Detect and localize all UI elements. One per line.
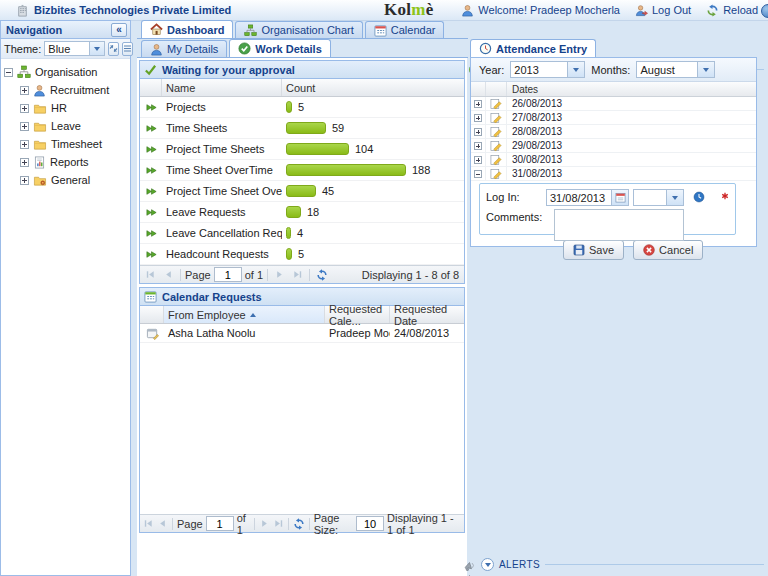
- date-row[interactable]: 29/08/2013: [471, 139, 756, 153]
- note-edit-icon: [490, 98, 502, 110]
- login-date-field[interactable]: [546, 189, 629, 206]
- tab-calendar[interactable]: Calendar: [365, 21, 445, 38]
- tab-organisation-chart[interactable]: Organisation Chart: [235, 21, 362, 38]
- tree-item-general[interactable]: General: [1, 171, 130, 189]
- first-page-icon[interactable]: [143, 267, 158, 282]
- time-trigger[interactable]: [666, 190, 683, 205]
- expand-node-icon[interactable]: [20, 86, 29, 95]
- collapse-date-icon[interactable]: [474, 170, 482, 178]
- months-select[interactable]: [636, 61, 715, 78]
- months-trigger[interactable]: [697, 62, 714, 77]
- expand-date-icon[interactable]: [474, 114, 482, 122]
- tree-item-reports[interactable]: Reports: [1, 153, 130, 171]
- expand-all-icon: [109, 44, 118, 53]
- expand-all-button[interactable]: [108, 42, 119, 56]
- tree-item-leave[interactable]: Leave: [1, 117, 130, 135]
- tree-label: Timesheet: [51, 138, 102, 150]
- row-name: Projects: [162, 101, 282, 113]
- collapse-panel-button[interactable]: «: [111, 23, 127, 37]
- tree-item-recruitment[interactable]: Recruitment: [1, 81, 130, 99]
- year-trigger[interactable]: [567, 62, 584, 77]
- date-label: 26/08/2013: [507, 98, 562, 109]
- page-size-input[interactable]: [356, 516, 384, 531]
- date-row[interactable]: 28/08/2013: [471, 125, 756, 139]
- date-row[interactable]: 30/08/2013: [471, 153, 756, 167]
- approval-row[interactable]: Leave Cancellation Requests 4: [140, 223, 464, 244]
- expand-date-icon[interactable]: [474, 128, 482, 136]
- year-value[interactable]: [511, 62, 567, 77]
- expand-date-icon[interactable]: [474, 100, 482, 108]
- login-date-input[interactable]: [547, 190, 611, 205]
- note-edit-icon: [490, 168, 502, 180]
- dates-column-header[interactable]: Dates: [507, 84, 538, 95]
- approval-row[interactable]: Time Sheets 59: [140, 118, 464, 139]
- column-header-name[interactable]: Name: [162, 79, 282, 96]
- theme-trigger[interactable]: [89, 42, 104, 55]
- approval-row[interactable]: Project Time Sheets 104: [140, 139, 464, 160]
- reload-button[interactable]: Reload: [706, 4, 758, 17]
- expand-node-icon[interactable]: [20, 140, 29, 149]
- collapse-all-button[interactable]: [122, 42, 133, 56]
- attendance-entry-form: Log In:: [479, 183, 736, 235]
- tab-attendance-entry[interactable]: Attendance Entry: [470, 39, 596, 57]
- tab-work-details[interactable]: Work Details: [229, 39, 330, 57]
- column-header-from-employee[interactable]: From Employee: [164, 306, 325, 323]
- next-page-icon[interactable]: [259, 516, 270, 531]
- last-page-icon[interactable]: [290, 267, 305, 282]
- prev-page-icon[interactable]: [161, 267, 176, 282]
- expand-node-icon[interactable]: [20, 104, 29, 113]
- recruitment-user-icon: [33, 84, 46, 97]
- count-value: 45: [322, 185, 334, 197]
- help-icon[interactable]: [761, 4, 768, 18]
- column-header-requested-calendar[interactable]: Requested Cale...: [325, 306, 390, 323]
- comments-textarea[interactable]: [554, 209, 684, 241]
- date-row-expanded[interactable]: 31/08/2013: [471, 167, 756, 181]
- expand-node-icon[interactable]: [20, 176, 29, 185]
- calendar-request-row[interactable]: Asha Latha Noolu Pradeep Mocherla 24/08/…: [140, 324, 464, 343]
- year-select[interactable]: [510, 61, 585, 78]
- expand-date-icon[interactable]: [474, 156, 482, 164]
- calendar-requests-pager: Page of 1 Page Size: Displaying 1 - 1 of…: [140, 514, 464, 532]
- tab-dashboard[interactable]: Dashboard: [141, 20, 233, 38]
- refresh-icon[interactable]: [293, 516, 305, 531]
- approval-row[interactable]: Leave Requests 18: [140, 202, 464, 223]
- login-time-select[interactable]: [633, 189, 684, 206]
- page-input[interactable]: [214, 267, 242, 282]
- expand-date-icon[interactable]: [474, 142, 482, 150]
- expand-node-icon[interactable]: [20, 122, 29, 131]
- approval-row[interactable]: Project Time Sheet OverTime 45: [140, 181, 464, 202]
- building-icon: [16, 4, 29, 17]
- approval-row[interactable]: Projects 5: [140, 97, 464, 118]
- general-folder-icon: [33, 174, 47, 187]
- approval-row[interactable]: Headcount Requests 5: [140, 244, 464, 265]
- tab-my-details[interactable]: My Details: [141, 40, 227, 57]
- folder-icon: [33, 120, 47, 133]
- last-page-icon[interactable]: [273, 516, 284, 531]
- date-row[interactable]: 26/08/2013: [471, 97, 756, 111]
- approval-row[interactable]: Time Sheet OverTime 188: [140, 160, 464, 181]
- tree-item-organisation[interactable]: Organisation: [1, 63, 130, 81]
- date-picker-trigger[interactable]: [611, 190, 628, 205]
- expand-portlet-button[interactable]: [481, 558, 494, 571]
- theme-value[interactable]: [45, 42, 89, 55]
- login-time-value[interactable]: [634, 190, 666, 205]
- theme-select[interactable]: [44, 41, 105, 56]
- row-name: Time Sheets: [162, 122, 282, 134]
- tree-item-timesheet[interactable]: Timesheet: [1, 135, 130, 153]
- collapse-node-icon[interactable]: [4, 68, 13, 77]
- prev-page-icon[interactable]: [157, 516, 168, 531]
- months-value[interactable]: [637, 62, 697, 77]
- tree-item-hr[interactable]: HR: [1, 99, 130, 117]
- date-row[interactable]: 27/08/2013: [471, 111, 756, 125]
- column-header-count[interactable]: Count: [282, 79, 464, 96]
- save-button[interactable]: Save: [563, 240, 624, 260]
- first-page-icon[interactable]: [143, 516, 154, 531]
- next-page-icon[interactable]: [272, 267, 287, 282]
- page-input[interactable]: [206, 516, 234, 531]
- column-header-requested-date[interactable]: Requested Date: [390, 306, 464, 323]
- refresh-icon[interactable]: [314, 267, 329, 282]
- logout-button[interactable]: Log Out: [635, 4, 691, 17]
- tree-label: Organisation: [35, 66, 97, 78]
- cancel-button[interactable]: Cancel: [633, 240, 703, 260]
- expand-node-icon[interactable]: [20, 158, 29, 167]
